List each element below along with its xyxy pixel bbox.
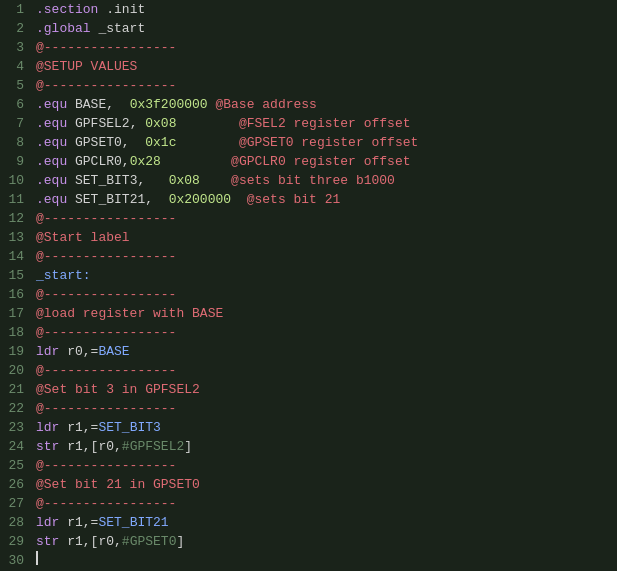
token-plain: [176, 114, 238, 133]
line-number: 26: [0, 475, 32, 494]
line-number: 4: [0, 57, 32, 76]
line-number: 1: [0, 0, 32, 19]
code-line: _start:: [36, 266, 617, 285]
code-content[interactable]: .section .init.global _start@-----------…: [32, 0, 617, 571]
token-kw: ldr: [36, 418, 59, 437]
code-line: .global _start: [36, 19, 617, 38]
token-plain: r0,=: [59, 342, 98, 361]
token-comment: @Base address: [215, 95, 316, 114]
line-number: 24: [0, 437, 32, 456]
token-sym: SET_BIT3: [98, 418, 160, 437]
line-number: 15: [0, 266, 32, 285]
code-line: @-----------------: [36, 494, 617, 513]
code-line: @Set bit 21 in GPSET0: [36, 475, 617, 494]
line-number: 13: [0, 228, 32, 247]
code-line: @SETUP VALUES: [36, 57, 617, 76]
token-plain: SET_BIT3,: [67, 171, 168, 190]
code-line: @-----------------: [36, 361, 617, 380]
token-plain: [208, 95, 216, 114]
line-number: 9: [0, 152, 32, 171]
line-number: 5: [0, 76, 32, 95]
token-hex: 0x1c: [145, 133, 176, 152]
line-number: 23: [0, 418, 32, 437]
code-line: @-----------------: [36, 76, 617, 95]
token-hash-ref: #GPSET0: [122, 532, 177, 551]
token-sep: @-----------------: [36, 247, 176, 266]
code-line: .equ BASE, 0x3f200000 @Base address: [36, 95, 617, 114]
token-label: _start:: [36, 266, 91, 285]
token-plain: ]: [176, 532, 184, 551]
line-number: 2: [0, 19, 32, 38]
line-number: 17: [0, 304, 32, 323]
token-kw: str: [36, 437, 59, 456]
token-plain: r1,[r0,: [59, 532, 121, 551]
token-comment: @Start label: [36, 228, 130, 247]
line-number: 21: [0, 380, 32, 399]
line-number: 22: [0, 399, 32, 418]
token-sep: @-----------------: [36, 399, 176, 418]
line-number: 16: [0, 285, 32, 304]
code-line: .equ SET_BIT3, 0x08 @sets bit three b100…: [36, 171, 617, 190]
token-comment: @SETUP VALUES: [36, 57, 137, 76]
line-number: 8: [0, 133, 32, 152]
token-directive: .equ: [36, 133, 67, 152]
code-line: @-----------------: [36, 247, 617, 266]
token-sep: @-----------------: [36, 456, 176, 475]
token-comment: @FSEL2 register offset: [239, 114, 411, 133]
token-directive: .equ: [36, 171, 67, 190]
token-plain: [176, 133, 238, 152]
token-sep: @-----------------: [36, 323, 176, 342]
token-sep: @-----------------: [36, 494, 176, 513]
code-line: ldr r1,=SET_BIT3: [36, 418, 617, 437]
text-cursor: [36, 551, 38, 565]
token-plain: r1,=: [59, 513, 98, 532]
token-sep: @-----------------: [36, 76, 176, 95]
line-number: 10: [0, 171, 32, 190]
token-plain: r1,[r0,: [59, 437, 121, 456]
code-line: .equ SET_BIT21, 0x200000 @sets bit 21: [36, 190, 617, 209]
token-plain: BASE,: [67, 95, 129, 114]
token-directive: .equ: [36, 190, 67, 209]
line-number: 7: [0, 114, 32, 133]
token-comment: @Set bit 3 in GPFSEL2: [36, 380, 200, 399]
token-plain: GPSET0,: [67, 133, 145, 152]
token-kw: str: [36, 532, 59, 551]
line-number: 20: [0, 361, 32, 380]
code-line: ldr r0,=BASE: [36, 342, 617, 361]
token-plain: [231, 190, 247, 209]
line-number: 6: [0, 95, 32, 114]
token-directive: .equ: [36, 152, 67, 171]
code-line: @-----------------: [36, 456, 617, 475]
token-hex: 0x28: [130, 152, 161, 171]
token-plain: [200, 171, 231, 190]
token-hash-ref: #GPFSEL2: [122, 437, 184, 456]
line-number: 28: [0, 513, 32, 532]
token-sep: @-----------------: [36, 285, 176, 304]
code-line: ldr r1,=SET_BIT21: [36, 513, 617, 532]
token-hex: 0x08: [169, 171, 200, 190]
token-comment: @sets bit 21: [247, 190, 341, 209]
token-sep: @-----------------: [36, 361, 176, 380]
line-numbers: 1234567891011121314151617181920212223242…: [0, 0, 32, 571]
code-line: @Start label: [36, 228, 617, 247]
line-number: 25: [0, 456, 32, 475]
token-plain: r1,=: [59, 418, 98, 437]
code-line: .equ GPCLR0,0x28 @GPCLR0 register offset: [36, 152, 617, 171]
token-plain: GPFSEL2,: [67, 114, 145, 133]
code-line: .section .init: [36, 0, 617, 19]
line-number: 27: [0, 494, 32, 513]
code-line: @Set bit 3 in GPFSEL2: [36, 380, 617, 399]
token-hex: 0x3f200000: [130, 95, 208, 114]
code-line: @load register with BASE: [36, 304, 617, 323]
line-number: 29: [0, 532, 32, 551]
token-comment: @Set bit 21 in GPSET0: [36, 475, 200, 494]
line-number: 14: [0, 247, 32, 266]
token-plain: .init: [98, 0, 145, 19]
token-comment: @GPCLR0 register offset: [231, 152, 410, 171]
code-line: @-----------------: [36, 399, 617, 418]
line-number: 18: [0, 323, 32, 342]
token-kw: ldr: [36, 342, 59, 361]
line-number: 3: [0, 38, 32, 57]
token-comment: @load register with BASE: [36, 304, 223, 323]
token-plain: SET_BIT21,: [67, 190, 168, 209]
